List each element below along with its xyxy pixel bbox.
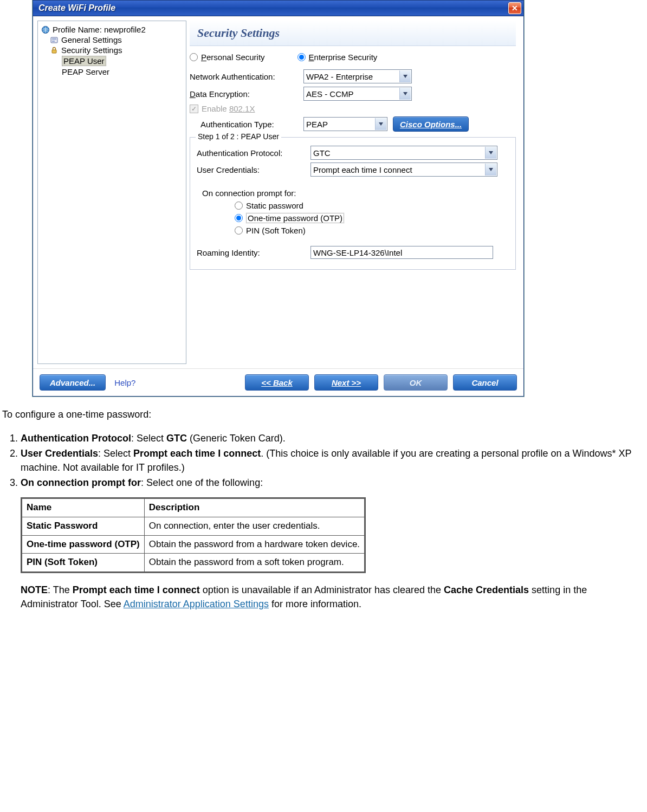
chevron-down-icon: [399, 88, 411, 100]
admin-settings-link[interactable]: Administrator Application Settings: [124, 599, 269, 609]
fieldset-legend: Step 1 of 2 : PEAP User: [196, 132, 281, 141]
user-credentials-label: User Credentials:: [197, 165, 310, 174]
tree-security-settings[interactable]: Security Settings: [40, 45, 184, 55]
table-row: PIN (Soft Token) Obtain the password fro…: [22, 554, 365, 573]
globe-icon: [41, 25, 50, 34]
select-value: GTC: [313, 148, 331, 158]
chevron-down-icon: [485, 147, 496, 159]
data-encryption-label: Data Encryption:: [190, 89, 303, 99]
static-password-radio[interactable]: Static password: [235, 201, 509, 210]
cancel-button[interactable]: Cancel: [453, 374, 517, 391]
cisco-options-button[interactable]: Cisco Options...: [393, 116, 469, 132]
button-bar: Advanced... Help? << Back Next >> OK Can…: [33, 368, 523, 396]
radio-label: Static password: [246, 201, 303, 210]
dialog-title: Create WiFi Profile: [38, 3, 508, 13]
network-auth-label: Network Authentication:: [190, 72, 303, 81]
svg-rect-1: [51, 37, 57, 43]
radio-label: Enterprise Security: [309, 53, 378, 62]
tree-label: Profile Name: newprofile2: [53, 25, 146, 34]
svg-rect-4: [52, 50, 56, 53]
next-button[interactable]: Next >>: [314, 374, 378, 391]
enable-8021x-row: ✓ Enable 802.1X: [190, 104, 516, 113]
auth-type-select[interactable]: PEAP: [303, 117, 387, 131]
radio-label: PIN (Soft Token): [246, 226, 306, 235]
help-link[interactable]: Help?: [114, 378, 135, 387]
lock-icon: [50, 46, 59, 55]
input-value: WNG-SE-LP14-326\Intel: [313, 248, 402, 257]
pane-header: Security Settings: [190, 21, 516, 46]
wifi-profile-dialog: Create WiFi Profile ✕ Profile Name: newp…: [33, 0, 524, 397]
list-item: User Credentials: Select Prompt each tim…: [21, 446, 645, 475]
peap-user-fieldset: Step 1 of 2 : PEAP User Authentication P…: [190, 137, 516, 270]
roaming-identity-input[interactable]: WNG-SE-LP14-326\Intel: [310, 246, 493, 259]
chevron-down-icon: [375, 118, 386, 130]
enterprise-security-radio[interactable]: Enterprise Security: [297, 53, 378, 62]
tree-profile-root[interactable]: Profile Name: newprofile2: [40, 24, 184, 35]
table-header: Description: [144, 498, 365, 517]
settings-icon: [50, 36, 59, 44]
data-encryption-select[interactable]: AES - CCMP: [303, 87, 412, 101]
network-auth-select[interactable]: WPA2 - Enterprise: [303, 69, 412, 83]
options-table: Name Description Static Password On conn…: [21, 497, 366, 573]
nav-tree: Profile Name: newprofile2 General Settin…: [37, 21, 186, 364]
auth-protocol-select[interactable]: GTC: [310, 146, 497, 160]
svg-rect-3: [52, 41, 55, 42]
table-header: Name: [22, 498, 145, 517]
checkbox-disabled-icon: ✓: [190, 105, 198, 113]
tree-peap-server[interactable]: PEAP Server: [40, 67, 184, 77]
radio-label: Personal Security: [201, 53, 265, 62]
table-header-row: Name Description: [22, 498, 365, 517]
select-value: WPA2 - Enterprise: [306, 72, 373, 81]
advanced-button[interactable]: Advanced...: [40, 374, 106, 391]
note-block: NOTE: The Prompt each time I connect opt…: [21, 583, 645, 611]
titlebar: Create WiFi Profile ✕: [33, 1, 523, 16]
select-value: Prompt each time I connect: [313, 165, 412, 174]
tree-label: Security Settings: [61, 46, 122, 55]
ok-button[interactable]: OK: [384, 374, 448, 391]
intro-text: To configure a one-time password:: [2, 407, 645, 421]
pin-soft-token-radio[interactable]: PIN (Soft Token): [235, 226, 509, 235]
svg-rect-2: [52, 38, 56, 40]
tree-label-selected: PEAP User: [62, 56, 106, 66]
select-value: PEAP: [306, 120, 328, 129]
enable-8021x-label: Enable 802.1X: [202, 104, 255, 113]
back-button[interactable]: << Back: [245, 374, 309, 391]
instructions-section: To configure a one-time password: Authen…: [0, 407, 647, 611]
list-item: On connection prompt for: Select one of …: [21, 476, 645, 490]
pane-title: Security Settings: [197, 26, 280, 40]
steps-list: Authentication Protocol: Select GTC (Gen…: [21, 431, 645, 490]
chevron-down-icon: [485, 164, 496, 176]
settings-pane: Security Settings Personal Security Ente…: [186, 21, 519, 364]
user-credentials-select[interactable]: Prompt each time I connect: [310, 163, 497, 177]
radio-label: One-time password (OTP): [246, 213, 344, 223]
auth-type-label: Authentication Type:: [200, 120, 303, 129]
tree-peap-user[interactable]: PEAP User: [40, 55, 184, 67]
list-item: Authentication Protocol: Select GTC (Gen…: [21, 431, 645, 445]
table-row: One-time password (OTP) Obtain the passw…: [22, 535, 365, 554]
close-button[interactable]: ✕: [508, 2, 521, 14]
otp-radio[interactable]: One-time password (OTP): [235, 213, 509, 223]
tree-general-settings[interactable]: General Settings: [40, 35, 184, 45]
tree-label: General Settings: [61, 35, 122, 44]
chevron-down-icon: [399, 70, 411, 82]
personal-security-radio[interactable]: Personal Security: [190, 53, 265, 62]
roaming-identity-label: Roaming Identity:: [197, 248, 310, 257]
auth-protocol-label: Authentication Protocol:: [197, 148, 310, 158]
select-value: AES - CCMP: [306, 89, 354, 99]
table-row: Static Password On connection, enter the…: [22, 517, 365, 536]
prompt-for-label: On connection prompt for:: [202, 189, 509, 198]
tree-label: PEAP Server: [62, 67, 109, 76]
